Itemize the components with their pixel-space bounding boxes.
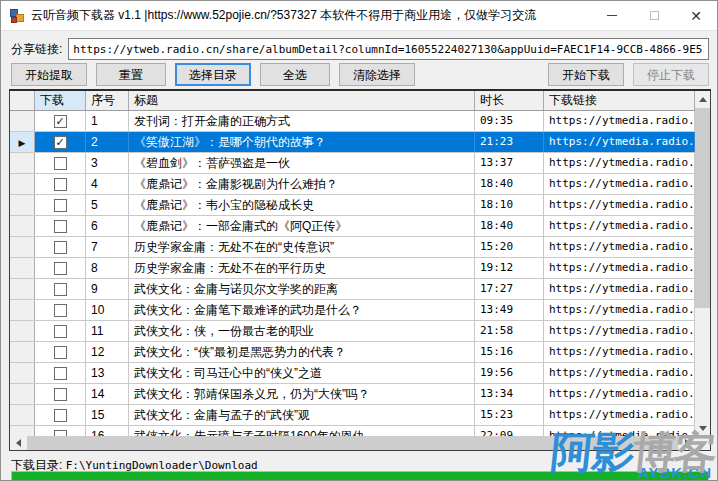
index-cell[interactable]: 8 [86,258,129,278]
index-cell[interactable]: 6 [86,216,129,236]
column-header-download[interactable]: 下载 [35,91,86,110]
title-cell[interactable]: 武侠文化：金庸与诺贝尔文学奖的距离 [129,279,475,299]
title-cell[interactable]: 武侠文化：“侠”最初是黑恶势力的代表？ [129,342,475,362]
download-checkbox[interactable] [54,241,67,254]
download-cell[interactable] [35,174,86,194]
title-cell[interactable]: 武侠文化：金庸与孟子的“武侠”观 [129,405,475,425]
duration-cell[interactable]: 13:34 [475,384,544,404]
download-cell[interactable] [35,384,86,404]
scroll-down-icon[interactable] [695,420,710,436]
column-header-duration[interactable]: 时长 [475,91,544,110]
row-header-cell[interactable] [10,321,35,341]
duration-cell[interactable]: 15:20 [475,237,544,257]
download-checkbox[interactable] [54,346,67,359]
index-cell[interactable]: 9 [86,279,129,299]
share-link-input[interactable] [68,38,709,60]
index-cell[interactable]: 3 [86,153,129,173]
duration-cell[interactable]: 09:35 [475,111,544,131]
title-cell[interactable]: 武侠文化：郭靖保国杀义兄，仍为“大侠”吗？ [129,384,475,404]
index-cell[interactable]: 11 [86,321,129,341]
link-cell[interactable]: https://ytmedia.radio.cn [544,300,695,320]
link-cell[interactable]: https://ytmedia.radio.cn [544,279,695,299]
row-header-cell[interactable] [10,342,35,362]
table-row[interactable]: ✓1发刊词：打开金庸的正确方式09:35https://ytmedia.radi… [10,111,695,132]
table-row[interactable]: 15武侠文化：金庸与孟子的“武侠”观15:23https://ytmedia.r… [10,405,695,426]
title-cell[interactable]: 《笑傲江湖》：是哪个朝代的故事？ [129,132,475,152]
table-row[interactable]: 3《碧血剑》：菩萨强盗是一伙13:37https://ytmedia.radio… [10,153,695,174]
close-button[interactable]: ✕ [675,1,717,30]
row-header-cell[interactable] [10,384,35,404]
link-cell[interactable]: https://ytmedia.radio.cn [544,174,695,194]
download-checkbox[interactable] [54,283,67,296]
duration-cell[interactable]: 18:40 [475,216,544,236]
link-cell[interactable]: https://ytmedia.radio.cn [544,384,695,404]
reset-button[interactable]: 重置 [96,63,166,86]
select-all-button[interactable]: 全选 [260,63,330,86]
title-cell[interactable]: 发刊词：打开金庸的正确方式 [129,111,475,131]
index-cell[interactable]: 15 [86,405,129,425]
link-cell[interactable]: https://ytmedia.radio.cn [544,153,695,173]
index-cell[interactable]: 2 [86,132,129,152]
title-cell[interactable]: 武侠文化：侠，一份最古老的职业 [129,321,475,341]
duration-cell[interactable]: 21:58 [475,321,544,341]
index-cell[interactable]: 10 [86,300,129,320]
duration-cell[interactable]: 15:16 [475,342,544,362]
index-cell[interactable]: 14 [86,384,129,404]
index-cell[interactable]: 1 [86,111,129,131]
table-row[interactable]: 4《鹿鼎记》：金庸影视剧为什么难拍？18:40https://ytmedia.r… [10,174,695,195]
duration-cell[interactable]: 13:37 [475,153,544,173]
download-checkbox[interactable] [54,199,67,212]
horizontal-scrollbar-thumb[interactable] [27,436,678,450]
download-cell[interactable] [35,321,86,341]
download-cell[interactable] [35,153,86,173]
table-row[interactable]: 12武侠文化：“侠”最初是黑恶势力的代表？15:16https://ytmedi… [10,342,695,363]
choose-directory-button[interactable]: 选择目录 [175,63,251,86]
index-cell[interactable]: 7 [86,237,129,257]
duration-cell[interactable]: 15:23 [475,405,544,425]
download-checkbox[interactable] [54,388,67,401]
row-header-cell[interactable] [10,258,35,278]
clear-selection-button[interactable]: 清除选择 [339,63,415,86]
table-row[interactable]: 14武侠文化：郭靖保国杀义兄，仍为“大侠”吗？13:34https://ytme… [10,384,695,405]
download-checkbox[interactable] [54,304,67,317]
link-cell[interactable]: https://ytmedia.radio.cn [544,363,695,383]
download-checkbox[interactable] [54,409,67,422]
title-cell[interactable]: 武侠文化：司马迁心中的“侠义”之道 [129,363,475,383]
download-checkbox[interactable] [54,157,67,170]
duration-cell[interactable]: 13:49 [475,300,544,320]
link-cell[interactable]: https://ytmedia.radio.cn [544,342,695,362]
download-checkbox[interactable] [54,178,67,191]
download-cell[interactable] [35,195,86,215]
duration-cell[interactable]: 18:40 [475,174,544,194]
title-cell[interactable]: 历史学家金庸：无处不在的“史传意识” [129,237,475,257]
maximize-button[interactable] [633,1,675,30]
column-header-link[interactable]: 下载链接 [544,91,695,110]
duration-cell[interactable]: 19:56 [475,363,544,383]
scroll-up-icon[interactable] [695,91,710,107]
download-cell[interactable]: ✓ [35,132,86,152]
download-checkbox[interactable] [54,220,67,233]
row-header-cell[interactable] [10,195,35,215]
table-row[interactable]: ▶✓2《笑傲江湖》：是哪个朝代的故事？21:23https://ytmedia.… [10,132,695,153]
column-header-index[interactable]: 序号 [86,91,129,110]
duration-cell[interactable]: 19:12 [475,258,544,278]
horizontal-scrollbar[interactable] [10,436,695,450]
row-header-cell[interactable] [10,111,35,131]
row-header-cell[interactable] [10,279,35,299]
link-cell[interactable]: https://ytmedia.radio.cn [544,405,695,425]
table-row[interactable]: 9武侠文化：金庸与诺贝尔文学奖的距离17:27https://ytmedia.r… [10,279,695,300]
download-checkbox[interactable]: ✓ [54,115,67,128]
index-cell[interactable]: 5 [86,195,129,215]
title-cell[interactable]: 《碧血剑》：菩萨强盗是一伙 [129,153,475,173]
row-header-cell[interactable] [10,174,35,194]
scroll-right-icon[interactable] [679,436,695,450]
table-row[interactable]: 7历史学家金庸：无处不在的“史传意识”15:20https://ytmedia.… [10,237,695,258]
header-corner-cell[interactable] [10,91,35,110]
row-header-cell[interactable] [10,363,35,383]
table-row[interactable]: 13武侠文化：司马迁心中的“侠义”之道19:56https://ytmedia.… [10,363,695,384]
row-header-cell[interactable] [10,405,35,425]
vertical-scrollbar[interactable] [695,91,710,436]
table-row[interactable]: 6《鹿鼎记》：一部金庸式的《阿Q正传》18:40https://ytmedia.… [10,216,695,237]
table-row[interactable]: 5《鹿鼎记》：韦小宝的隐秘成长史18:10https://ytmedia.rad… [10,195,695,216]
link-cell[interactable]: https://ytmedia.radio.cn [544,132,695,152]
